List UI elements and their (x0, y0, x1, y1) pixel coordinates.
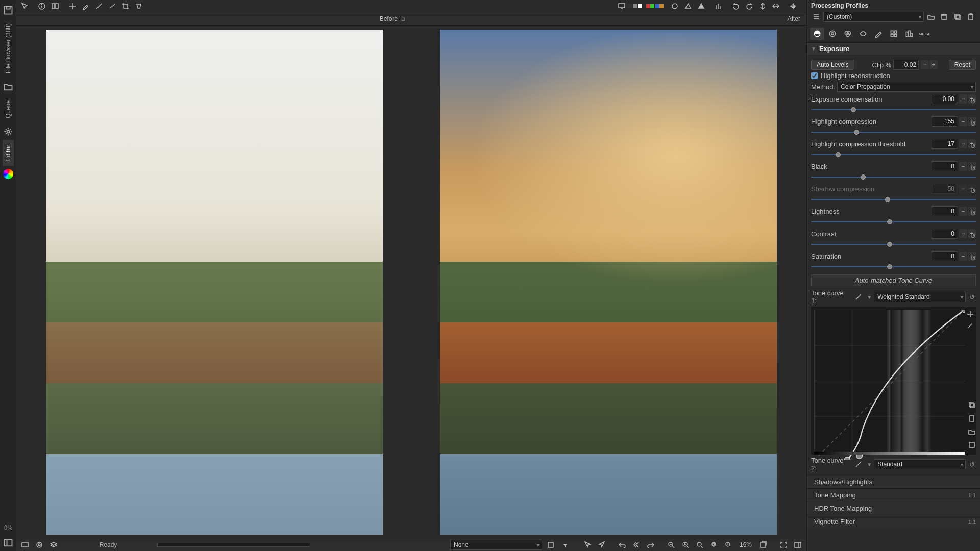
curve-type-icon[interactable] (852, 291, 865, 303)
profile-mode-icon[interactable] (810, 11, 822, 22)
curve-2-reset-icon[interactable]: ↺ (968, 460, 976, 468)
clip-highlights-icon[interactable] (695, 1, 707, 12)
compare-icon[interactable] (49, 1, 61, 12)
picker-icon[interactable] (80, 1, 92, 12)
slider-reset-6[interactable]: ↺ (969, 232, 977, 240)
slider-reset-2[interactable]: ↺ (969, 142, 977, 150)
soft-proof-menu-icon[interactable]: ▾ (559, 540, 571, 550)
gamut-icon[interactable] (669, 1, 681, 12)
slider-track-2[interactable]: ↺ (811, 151, 976, 158)
zoom-crop-icon[interactable] (708, 540, 720, 550)
curve-2-type-icon[interactable] (852, 459, 865, 470)
profile-select[interactable]: (Custom) (823, 12, 924, 22)
monitor-profile-icon[interactable] (616, 1, 628, 12)
clip-input[interactable] (893, 60, 919, 70)
section-exposure-header[interactable]: ▼ Exposure (807, 42, 980, 55)
perspective-icon[interactable] (133, 1, 145, 12)
zoom-out-icon[interactable] (666, 540, 677, 550)
tone-curve-canvas[interactable] (811, 307, 976, 455)
redo-icon[interactable] (645, 540, 656, 550)
slider-value-2[interactable] (932, 139, 957, 149)
wb-picker-icon[interactable] (93, 1, 105, 12)
gear-icon[interactable] (3, 127, 13, 137)
pointer-icon[interactable] (18, 1, 31, 12)
fullscreen-icon[interactable] (778, 540, 789, 550)
curve-paste-icon[interactable] (966, 413, 978, 424)
clip-minus[interactable]: − (921, 60, 929, 69)
tab-detail-icon[interactable] (825, 28, 840, 40)
undo-icon[interactable] (617, 540, 628, 550)
color-profile-select[interactable]: None (450, 540, 542, 550)
flip-h-icon[interactable] (770, 1, 782, 12)
auto-levels-button[interactable]: Auto Levels (811, 60, 854, 70)
slider-track-7[interactable]: ↺ (811, 263, 976, 270)
auto-matched-button[interactable]: Auto-matched Tone Curve (811, 274, 976, 286)
rotate-left-icon[interactable] (730, 1, 742, 12)
section-hdr-tone-mapping[interactable]: HDR Tone Mapping (807, 502, 980, 515)
slider-value-5[interactable] (932, 206, 957, 216)
section-tone-mapping[interactable]: Tone Mapping 1:1 (807, 488, 980, 502)
highlight-recon-check[interactable] (811, 72, 818, 79)
tab-meta-icon[interactable]: META (917, 28, 932, 40)
hand-icon[interactable] (66, 1, 79, 12)
tab-transform-icon[interactable] (887, 28, 901, 40)
flip-v-icon[interactable] (756, 1, 769, 12)
curve-picker-icon[interactable] (966, 321, 975, 330)
tab-file-browser[interactable]: File Browser (388) (3, 18, 14, 79)
save-icon[interactable] (3, 5, 13, 15)
profile-load-icon[interactable] (925, 11, 937, 22)
crosshair-icon[interactable] (787, 1, 799, 12)
after-pane[interactable] (413, 30, 803, 535)
profile-copy-icon[interactable] (951, 11, 964, 22)
tab-local-icon[interactable] (871, 28, 886, 40)
slider-minus-2[interactable]: − (959, 139, 967, 148)
before-pane[interactable] (19, 30, 409, 535)
slider-value-3[interactable] (932, 161, 957, 171)
curve-1-reset-icon[interactable]: ↺ (968, 293, 976, 301)
slider-reset-3[interactable]: ↺ (969, 164, 977, 172)
slider-minus-5[interactable]: − (959, 207, 967, 216)
slider-value-0[interactable] (932, 94, 957, 104)
section-vignette-filter[interactable]: Vignette Filter 1:1 (807, 515, 980, 528)
lock-zoom-icon[interactable] (596, 540, 607, 550)
zoom-100-icon[interactable]: 1 (723, 540, 734, 550)
tone-curve-2-select[interactable]: Standard (874, 459, 966, 469)
slider-minus-3[interactable]: − (959, 162, 967, 171)
thumbnail-icon[interactable] (19, 540, 31, 550)
slider-reset-7[interactable]: ↺ (969, 254, 977, 262)
clip-shadows-icon[interactable] (682, 1, 694, 12)
info-icon[interactable] (36, 1, 48, 12)
history-icon[interactable]: 1:1 (968, 492, 976, 498)
section-shadows-highlights[interactable]: Shadows/Highlights (807, 475, 980, 488)
straighten-icon[interactable] (106, 1, 118, 12)
slider-track-0[interactable]: ↺ (811, 106, 976, 113)
tab-queue[interactable]: Queue (3, 95, 14, 123)
layers-icon[interactable] (48, 540, 59, 550)
undo-all-icon[interactable] (631, 540, 642, 550)
color-wheel-icon[interactable] (3, 169, 13, 179)
slider-track-1[interactable]: ↺ (811, 129, 976, 136)
tab-raw-icon[interactable] (902, 28, 916, 40)
settings-icon[interactable] (34, 540, 45, 550)
slider-minus-0[interactable]: − (959, 94, 967, 104)
zoom-in-icon[interactable] (680, 540, 691, 550)
tab-exposure-icon[interactable] (810, 28, 824, 40)
slider-reset-5[interactable]: ↺ (969, 209, 977, 217)
slider-reset-0[interactable]: ↺ (969, 97, 977, 105)
panel-toggle-icon[interactable] (3, 538, 13, 548)
slider-value-6[interactable] (932, 229, 957, 239)
history-icon[interactable]: 1:1 (968, 519, 976, 525)
slider-track-3[interactable]: ↺ (811, 173, 976, 181)
zoom-fit-icon[interactable] (694, 540, 705, 550)
soft-proof-icon[interactable] (545, 540, 556, 550)
histogram-mode-icon[interactable] (713, 1, 725, 12)
slider-minus-6[interactable]: − (959, 229, 967, 238)
tab-advanced-icon[interactable] (856, 28, 870, 40)
tab-editor[interactable]: Editor (3, 140, 14, 166)
reset-button[interactable]: Reset (949, 60, 976, 70)
panel-right-icon[interactable] (792, 540, 803, 550)
curve-load-icon[interactable] (966, 426, 978, 437)
profile-paste-icon[interactable] (965, 11, 977, 22)
arrow-tool-icon[interactable] (582, 540, 593, 550)
slider-minus-7[interactable]: − (959, 252, 967, 261)
